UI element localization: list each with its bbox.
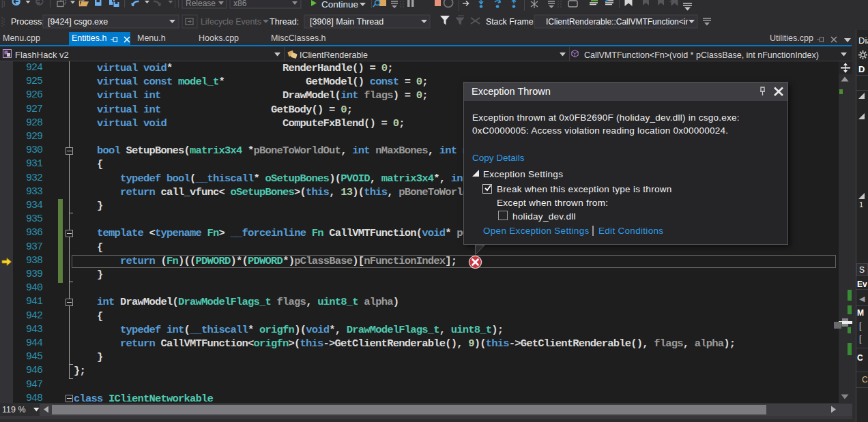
svg-text:Stack Frame:: Stack Frame:: [486, 17, 536, 27]
svg-text:x86: x86: [233, 0, 247, 8]
svg-text:Continue: Continue: [321, 0, 358, 10]
svg-text:Lifecycle Events: Lifecycle Events: [201, 17, 261, 27]
svg-text:[9424] csgo.exe: [9424] csgo.exe: [48, 17, 108, 27]
svg-text:[3908] Main Thread: [3908] Main Thread: [310, 17, 384, 27]
svg-text:Thread:: Thread:: [270, 17, 299, 27]
svg-text:Process:: Process:: [11, 17, 44, 27]
svg-text:Release: Release: [186, 0, 216, 8]
